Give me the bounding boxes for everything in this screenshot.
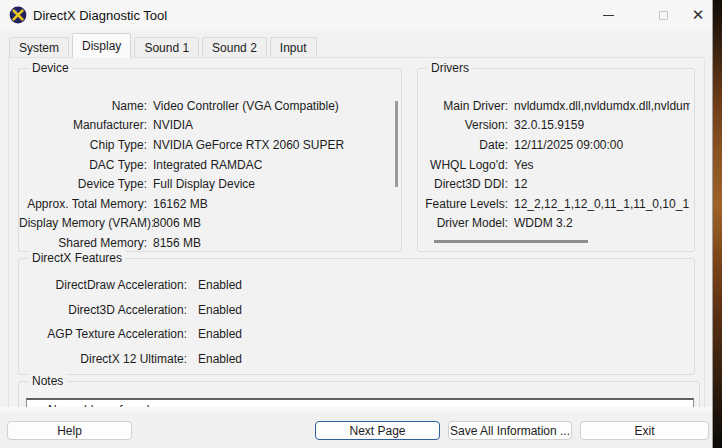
field-value: NVIDIA GeForce RTX 2060 SUPER — [153, 138, 344, 152]
field-label: Chip Type: — [19, 138, 147, 152]
field-value: Enabled — [198, 327, 242, 341]
field-row: Driver Model:WDDM 3.2 — [418, 214, 694, 234]
directx-logo-icon — [9, 6, 27, 24]
minimize-icon — [603, 15, 614, 16]
window-title: DirectX Diagnostic Tool — [33, 8, 167, 23]
field-label: Direct3D DDI: — [418, 177, 508, 191]
next-page-button[interactable]: Next Page — [315, 421, 440, 440]
field-value: Enabled — [198, 303, 242, 317]
field-value: Integrated RAMDAC — [153, 158, 262, 172]
device-group-title: Device — [28, 61, 73, 75]
tab-sound1[interactable]: Sound 1 — [134, 37, 199, 58]
field-row: Manufacturer:NVIDIA — [19, 116, 401, 136]
tab-display[interactable]: Display — [72, 33, 131, 58]
field-label: Name: — [19, 99, 147, 113]
tab-system[interactable]: System — [9, 37, 69, 58]
field-row: Display Memory (VRAM):8006 MB — [19, 214, 401, 234]
field-row: AGP Texture Acceleration:Enabled — [19, 322, 694, 347]
field-label: Shared Memory: — [19, 236, 147, 250]
title-bar[interactable]: DirectX Diagnostic Tool ✕ — [0, 0, 712, 31]
field-value: 12 — [514, 177, 690, 191]
maximize-button[interactable] — [646, 0, 680, 30]
desktop-wallpaper — [712, 0, 722, 448]
field-value: WDDM 3.2 — [514, 216, 690, 230]
field-value: Enabled — [198, 278, 242, 292]
close-icon: ✕ — [692, 6, 705, 24]
drivers-groupbox: Drivers Main Driver:nvldumdx.dll,nvldumd… — [417, 68, 695, 252]
field-row: Approx. Total Memory:16162 MB — [19, 194, 401, 214]
field-label: DirectDraw Acceleration: — [19, 278, 187, 292]
dxdiag-window: DirectX Diagnostic Tool ✕ System Display… — [0, 0, 713, 448]
field-row: Direct3D Acceleration:Enabled — [19, 298, 694, 323]
field-label: Driver Model: — [418, 216, 508, 230]
device-vertical-scrollbar[interactable] — [395, 101, 398, 187]
field-label: Version: — [418, 118, 508, 132]
notes-group-title: Notes — [28, 374, 67, 388]
field-value: Yes — [514, 158, 690, 172]
field-label: Feature Levels: — [418, 197, 508, 211]
field-row: Device Type:Full Display Device — [19, 174, 401, 194]
device-groupbox: Device Name:Video Controller (VGA Compat… — [18, 68, 402, 252]
exit-button[interactable]: Exit — [580, 421, 709, 440]
close-button[interactable]: ✕ — [681, 0, 715, 30]
tab-strip: System Display Sound 1 Sound 2 Input — [9, 33, 320, 58]
tab-sound2[interactable]: Sound 2 — [202, 37, 267, 58]
field-value: Enabled — [198, 352, 242, 366]
maximize-icon — [659, 11, 668, 20]
bottom-button-bar: Help Next Page Save All Information ... … — [0, 407, 712, 448]
field-label: WHQL Logo'd: — [418, 158, 508, 172]
field-value: 32.0.15.9159 — [514, 118, 690, 132]
drivers-horizontal-scrollbar[interactable] — [434, 240, 588, 243]
field-value: 16162 MB — [153, 197, 208, 211]
field-value: Full Display Device — [153, 177, 255, 191]
features-fields: DirectDraw Acceleration:EnabledDirect3D … — [19, 273, 694, 371]
field-value: 12/11/2025 09:00:00 — [514, 138, 690, 152]
directx-features-groupbox: DirectX Features DirectDraw Acceleration… — [18, 258, 695, 375]
field-row: DirectDraw Acceleration:Enabled — [19, 273, 694, 298]
field-label: Manufacturer: — [19, 118, 147, 132]
field-row: Direct3D DDI:12 — [418, 174, 694, 194]
field-label: DAC Type: — [19, 158, 147, 172]
tab-input[interactable]: Input — [270, 37, 317, 58]
field-label: Direct3D Acceleration: — [19, 303, 187, 317]
field-label: AGP Texture Acceleration: — [19, 327, 187, 341]
device-fields: Name:Video Controller (VGA Compatible)Ma… — [19, 96, 401, 253]
save-all-information-button[interactable]: Save All Information ... — [448, 421, 572, 440]
field-value: 8006 MB — [153, 216, 201, 230]
field-value: 8156 MB — [153, 236, 201, 250]
drivers-fields: Main Driver:nvldumdx.dll,nvldumdx.dll,nv… — [418, 96, 694, 233]
field-label: Approx. Total Memory: — [19, 197, 147, 211]
field-value: NVIDIA — [153, 118, 193, 132]
drivers-group-title: Drivers — [427, 61, 473, 75]
features-group-title: DirectX Features — [28, 251, 126, 265]
field-value: 12_2,12_1,12_0,11_1,11_0,10_1,10_1 — [514, 197, 690, 211]
field-label: Display Memory (VRAM): — [19, 216, 147, 230]
field-row: WHQL Logo'd:Yes — [418, 155, 694, 175]
field-value: Video Controller (VGA Compatible) — [153, 99, 339, 113]
field-label: Date: — [418, 138, 508, 152]
field-row: Name:Video Controller (VGA Compatible) — [19, 96, 401, 116]
field-row: Shared Memory:8156 MB — [19, 233, 401, 253]
field-row: DirectX 12 Ultimate:Enabled — [19, 347, 694, 372]
field-row: Main Driver:nvldumdx.dll,nvldumdx.dll,nv… — [418, 96, 694, 116]
field-label: Device Type: — [19, 177, 147, 191]
field-row: DAC Type:Integrated RAMDAC — [19, 155, 401, 175]
field-value: nvldumdx.dll,nvldumdx.dll,nvldumdx.dll — [514, 99, 690, 113]
help-button[interactable]: Help — [7, 421, 132, 440]
field-row: Date:12/11/2025 09:00:00 — [418, 135, 694, 155]
field-row: Chip Type:NVIDIA GeForce RTX 2060 SUPER — [19, 135, 401, 155]
field-row: Feature Levels:12_2,12_1,12_0,11_1,11_0,… — [418, 194, 694, 214]
field-row: Version:32.0.15.9159 — [418, 116, 694, 136]
minimize-button[interactable] — [591, 0, 625, 30]
field-label: DirectX 12 Ultimate: — [19, 352, 187, 366]
field-label: Main Driver: — [418, 99, 508, 113]
